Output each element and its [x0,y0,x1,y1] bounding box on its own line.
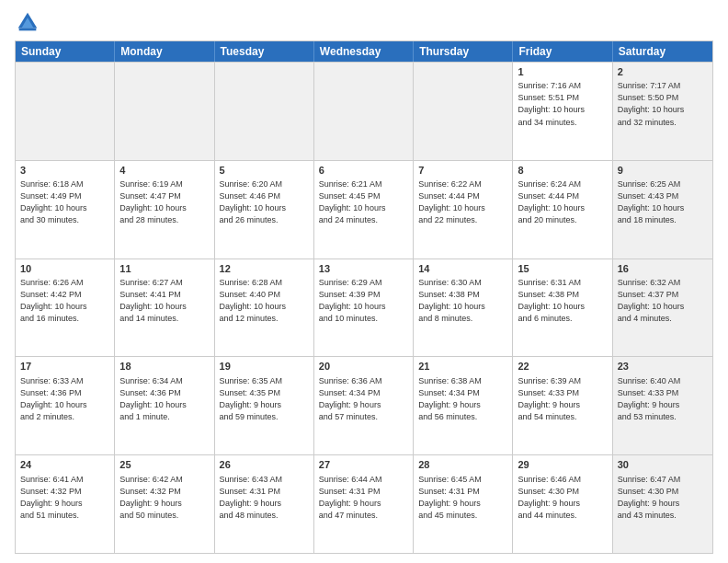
logo [15,9,44,35]
day-cell-21: 21Sunrise: 6:38 AM Sunset: 4:34 PM Dayli… [414,357,513,454]
day-cell-4: 4Sunrise: 6:19 AM Sunset: 4:47 PM Daylig… [115,161,214,259]
day-info: Sunrise: 6:38 AM Sunset: 4:34 PM Dayligh… [418,375,507,423]
day-cell-14: 14Sunrise: 6:30 AM Sunset: 4:38 PM Dayli… [414,259,513,357]
day-info: Sunrise: 6:41 AM Sunset: 4:32 PM Dayligh… [20,474,109,522]
day-info: Sunrise: 6:45 AM Sunset: 4:31 PM Dayligh… [418,474,507,522]
svg-rect-2 [19,29,37,31]
day-number: 6 [319,164,408,178]
day-info: Sunrise: 6:33 AM Sunset: 4:36 PM Dayligh… [20,375,109,423]
day-number: 22 [518,360,607,373]
day-number: 26 [220,458,309,472]
day-number: 25 [119,458,209,472]
day-cell-10: 10Sunrise: 6:26 AM Sunset: 4:42 PM Dayli… [16,259,115,357]
day-info: Sunrise: 6:30 AM Sunset: 4:38 PM Dayligh… [418,277,507,325]
day-info: Sunrise: 6:19 AM Sunset: 4:47 PM Dayligh… [119,178,209,226]
day-cell-23: 23Sunrise: 6:40 AM Sunset: 4:33 PM Dayli… [613,357,712,454]
day-number: 27 [319,458,408,472]
empty-cell [16,63,115,160]
day-cell-5: 5Sunrise: 6:20 AM Sunset: 4:46 PM Daylig… [215,161,314,259]
day-number: 9 [618,164,708,178]
day-info: Sunrise: 6:35 AM Sunset: 4:35 PM Dayligh… [220,375,309,423]
day-number: 13 [319,262,408,276]
day-cell-11: 11Sunrise: 6:27 AM Sunset: 4:41 PM Dayli… [115,259,214,357]
day-cell-25: 25Sunrise: 6:42 AM Sunset: 4:32 PM Dayli… [115,455,214,553]
day-number: 15 [518,262,607,276]
day-cell-22: 22Sunrise: 6:39 AM Sunset: 4:33 PM Dayli… [513,357,612,454]
weekday-header-saturday: Saturday [613,41,712,62]
day-number: 18 [119,360,209,373]
day-number: 23 [618,360,708,373]
day-info: Sunrise: 6:26 AM Sunset: 4:42 PM Dayligh… [20,277,109,325]
day-cell-17: 17Sunrise: 6:33 AM Sunset: 4:36 PM Dayli… [16,357,115,454]
day-cell-30: 30Sunrise: 6:47 AM Sunset: 4:30 PM Dayli… [613,455,712,553]
page: SundayMondayTuesdayWednesdayThursdayFrid… [0,0,728,563]
day-number: 20 [319,360,408,373]
day-info: Sunrise: 6:46 AM Sunset: 4:30 PM Dayligh… [518,474,607,522]
empty-cell [115,63,214,160]
day-cell-13: 13Sunrise: 6:29 AM Sunset: 4:39 PM Dayli… [314,259,414,357]
weekday-header-friday: Friday [513,41,612,62]
day-number: 28 [418,458,507,472]
day-cell-28: 28Sunrise: 6:45 AM Sunset: 4:31 PM Dayli… [414,455,513,553]
day-cell-7: 7Sunrise: 6:22 AM Sunset: 4:44 PM Daylig… [414,161,513,259]
day-number: 3 [20,164,109,178]
day-info: Sunrise: 6:29 AM Sunset: 4:39 PM Dayligh… [319,277,408,325]
day-cell-20: 20Sunrise: 6:36 AM Sunset: 4:34 PM Dayli… [314,357,414,454]
day-number: 7 [418,164,507,178]
day-number: 8 [518,164,607,178]
day-number: 12 [220,262,309,276]
calendar-body: 1Sunrise: 7:16 AM Sunset: 5:51 PM Daylig… [16,62,712,553]
day-info: Sunrise: 6:34 AM Sunset: 4:36 PM Dayligh… [119,375,209,423]
day-info: Sunrise: 6:31 AM Sunset: 4:38 PM Dayligh… [518,277,607,325]
day-cell-27: 27Sunrise: 6:44 AM Sunset: 4:31 PM Dayli… [314,455,414,553]
day-cell-6: 6Sunrise: 6:21 AM Sunset: 4:45 PM Daylig… [314,161,414,259]
calendar-row-4: 17Sunrise: 6:33 AM Sunset: 4:36 PM Dayli… [16,356,712,454]
header [15,9,713,35]
day-cell-26: 26Sunrise: 6:43 AM Sunset: 4:31 PM Dayli… [215,455,314,553]
calendar: SundayMondayTuesdayWednesdayThursdayFrid… [15,40,713,554]
day-info: Sunrise: 7:17 AM Sunset: 5:50 PM Dayligh… [618,80,708,128]
day-cell-2: 2Sunrise: 7:17 AM Sunset: 5:50 PM Daylig… [613,63,712,160]
day-cell-19: 19Sunrise: 6:35 AM Sunset: 4:35 PM Dayli… [215,357,314,454]
day-cell-3: 3Sunrise: 6:18 AM Sunset: 4:49 PM Daylig… [16,161,115,259]
empty-cell [314,63,414,160]
weekday-header-tuesday: Tuesday [215,41,314,62]
day-number: 19 [220,360,309,373]
day-number: 4 [119,164,209,178]
day-number: 1 [518,65,607,79]
day-info: Sunrise: 6:27 AM Sunset: 4:41 PM Dayligh… [119,277,209,325]
day-info: Sunrise: 6:28 AM Sunset: 4:40 PM Dayligh… [220,277,309,325]
calendar-row-2: 3Sunrise: 6:18 AM Sunset: 4:49 PM Daylig… [16,160,712,259]
weekday-header-wednesday: Wednesday [314,41,414,62]
day-info: Sunrise: 6:42 AM Sunset: 4:32 PM Dayligh… [119,474,209,522]
day-number: 29 [518,458,607,472]
day-info: Sunrise: 6:39 AM Sunset: 4:33 PM Dayligh… [518,375,607,423]
day-number: 11 [119,262,209,276]
weekday-header-sunday: Sunday [16,41,115,62]
day-cell-29: 29Sunrise: 6:46 AM Sunset: 4:30 PM Dayli… [513,455,612,553]
empty-cell [215,63,314,160]
day-number: 17 [20,360,109,373]
day-number: 24 [20,458,109,472]
calendar-header: SundayMondayTuesdayWednesdayThursdayFrid… [16,41,712,62]
day-cell-1: 1Sunrise: 7:16 AM Sunset: 5:51 PM Daylig… [513,63,612,160]
calendar-row-1: 1Sunrise: 7:16 AM Sunset: 5:51 PM Daylig… [16,62,712,160]
day-cell-15: 15Sunrise: 6:31 AM Sunset: 4:38 PM Dayli… [513,259,612,357]
day-info: Sunrise: 6:44 AM Sunset: 4:31 PM Dayligh… [319,474,408,522]
day-number: 14 [418,262,507,276]
day-number: 30 [618,458,708,472]
day-info: Sunrise: 6:47 AM Sunset: 4:30 PM Dayligh… [618,474,708,522]
day-info: Sunrise: 6:22 AM Sunset: 4:44 PM Dayligh… [418,178,507,226]
day-cell-18: 18Sunrise: 6:34 AM Sunset: 4:36 PM Dayli… [115,357,214,454]
logo-icon [15,9,40,35]
day-info: Sunrise: 6:32 AM Sunset: 4:37 PM Dayligh… [618,277,708,325]
day-info: Sunrise: 7:16 AM Sunset: 5:51 PM Dayligh… [518,80,607,128]
day-cell-16: 16Sunrise: 6:32 AM Sunset: 4:37 PM Dayli… [613,259,712,357]
day-number: 21 [418,360,507,373]
weekday-header-monday: Monday [115,41,214,62]
day-info: Sunrise: 6:20 AM Sunset: 4:46 PM Dayligh… [220,178,309,226]
day-number: 16 [618,262,708,276]
empty-cell [414,63,513,160]
day-info: Sunrise: 6:25 AM Sunset: 4:43 PM Dayligh… [618,178,708,226]
calendar-row-3: 10Sunrise: 6:26 AM Sunset: 4:42 PM Dayli… [16,259,712,357]
